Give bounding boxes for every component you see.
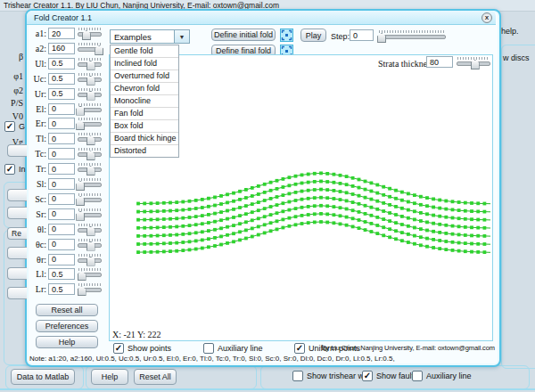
checkbox-label: Show fault — [376, 372, 414, 380]
checkbox-box[interactable]: ✓ — [294, 343, 305, 354]
play-button[interactable]: Play — [300, 29, 326, 42]
param-slider-tc[interactable] — [78, 148, 102, 159]
define-initial-fold-button[interactable]: Define initial fold — [211, 29, 276, 41]
param-input-tl[interactable]: 0 — [48, 133, 75, 144]
note-text: Note: a1:20, a2:160, Ul:0.5, Uc:0.5, Ur:… — [29, 355, 495, 363]
param-slider-theta-c[interactable] — [78, 239, 102, 249]
examples-combobox[interactable]: Examples ▼ — [110, 29, 190, 44]
dialog-titlebar[interactable]: Fold Creator 1.1 — [27, 11, 496, 25]
param-slider-sl[interactable] — [78, 178, 102, 189]
param-slider-el[interactable] — [78, 103, 102, 114]
param-input-theta-r[interactable]: 0 — [48, 254, 75, 265]
checkbox-box[interactable]: ✓ — [362, 371, 373, 381]
dialog-checkbox-show-points[interactable]: ✓Show points — [113, 343, 171, 354]
param-input-sl[interactable]: 0 — [48, 178, 75, 190]
dropdown-item-box-fold[interactable]: Box fold — [111, 120, 178, 133]
param-input-ur[interactable]: 0.5 — [48, 88, 75, 100]
step-slider[interactable] — [378, 30, 446, 41]
left-button-fragment-4[interactable] — [7, 247, 27, 259]
param-label-uc: Uc: — [29, 73, 46, 85]
param-input-tc[interactable]: 0 — [48, 148, 75, 159]
param-slider-er[interactable] — [78, 118, 102, 128]
param-label-ll: Ll: — [29, 268, 46, 280]
left-button-fragment-6[interactable] — [7, 287, 27, 299]
param-input-theta-c[interactable]: 0 — [48, 239, 75, 250]
param-input-theta-l[interactable]: 0 — [48, 224, 75, 235]
close-button[interactable]: x — [482, 12, 492, 23]
window-checkbox-auxiliary-line[interactable]: Auxiliary line — [412, 371, 472, 381]
dropdown-item-fan-fold[interactable]: Fan fold — [111, 108, 178, 120]
left-button-fragment-3[interactable]: Re — [7, 227, 27, 240]
param-input-a1[interactable]: 20 — [48, 28, 75, 39]
param-input-tr[interactable]: 0 — [48, 163, 75, 175]
left-button-fragment-5[interactable] — [7, 267, 27, 280]
step-input[interactable]: 0 — [350, 29, 374, 41]
param-slider-theta-r[interactable] — [78, 254, 102, 265]
left-button-fragment-2[interactable] — [7, 207, 27, 219]
slider-ticks — [78, 254, 101, 257]
checkbox-box[interactable] — [412, 371, 423, 381]
window-reset-all-button[interactable]: Reset All — [134, 369, 177, 385]
param-slider-ur[interactable] — [78, 88, 102, 99]
dropdown-item-gentle-fold[interactable]: Gentle fold — [111, 45, 178, 58]
param-input-sr[interactable]: 0 — [48, 208, 75, 220]
dropdown-item-overturned-fold[interactable]: Overturned fold — [111, 70, 178, 83]
param-input-lr[interactable]: 0.5 — [48, 283, 75, 295]
param-slider-a2[interactable] — [78, 43, 102, 53]
param-slider-sr[interactable] — [78, 208, 102, 219]
param-slider-ll[interactable] — [78, 268, 102, 279]
param-slider-theta-l[interactable] — [78, 224, 102, 234]
checkbox-box[interactable]: ✓ — [4, 164, 15, 175]
param-input-ll[interactable]: 0.5 — [48, 268, 75, 280]
param-slider-lr[interactable] — [78, 283, 102, 294]
param-input-sc[interactable]: 0 — [48, 193, 75, 205]
examples-combobox-value: Examples — [111, 32, 174, 42]
param-label-sl: Sl: — [29, 178, 46, 190]
param-input-ul[interactable]: 0.5 — [48, 58, 75, 69]
param-slider-sc[interactable] — [78, 193, 102, 204]
checkbox-label: Uniform points — [309, 344, 360, 353]
data-to-matlab-button[interactable]: Data to Matlab — [11, 369, 75, 385]
left-button-fragment-0[interactable] — [7, 144, 27, 157]
dropdown-item-distorted[interactable]: Distorted — [111, 145, 178, 157]
param-input-el[interactable]: 0 — [48, 103, 75, 115]
dropdown-item-monocline[interactable]: Monocline — [111, 95, 178, 108]
checkbox-box[interactable]: ✓ — [4, 121, 15, 132]
strata-thickness-slider[interactable] — [457, 57, 490, 68]
param-slider-tr[interactable] — [78, 163, 102, 174]
param-input-er[interactable]: 0 — [48, 118, 75, 129]
dropdown-item-inclined-fold[interactable]: Inclined fold — [111, 58, 178, 70]
param-slider-uc[interactable] — [78, 73, 102, 84]
param-label-ur: Ur: — [29, 88, 46, 100]
window-checkbox-show-fault[interactable]: ✓Show fault — [362, 371, 414, 381]
dialog-help-button[interactable]: Help — [36, 336, 98, 348]
phi1-label-fragment: φ1 — [2, 71, 23, 81]
left-button-fragment-1[interactable] — [7, 189, 27, 201]
chevron-down-icon[interactable]: ▼ — [174, 30, 189, 43]
param-input-uc[interactable]: 0.5 — [48, 73, 75, 85]
dropdown-item-chevron-fold[interactable]: Chevron fold — [111, 83, 178, 95]
slider-ticks — [78, 58, 101, 61]
param-slider-tl[interactable] — [78, 133, 102, 143]
dialog-checkbox-uniform-points[interactable]: ✓Uniform points — [294, 343, 360, 354]
checkbox-box[interactable]: ✓ — [113, 343, 124, 354]
slider-ticks — [78, 118, 101, 120]
param-slider-a1[interactable] — [78, 28, 102, 38]
param-input-a2[interactable]: 160 — [48, 43, 75, 54]
slider-ticks — [78, 193, 101, 196]
checkbox-g-fragment[interactable]: ✓G — [4, 121, 25, 132]
checkbox-box[interactable] — [292, 371, 303, 381]
window-help-button[interactable]: Help — [91, 369, 128, 385]
dialog-preferences-button[interactable]: Preferences — [36, 320, 98, 332]
dialog-checkbox-auxiliary-line[interactable]: Auxiliary line — [203, 343, 263, 354]
define-initial-target-icon[interactable] — [280, 29, 293, 42]
dialog-reset-all-button[interactable]: Reset all — [36, 304, 98, 316]
param-label-tr: Tr: — [29, 163, 46, 175]
checkbox-box[interactable] — [203, 343, 214, 354]
dropdown-item-board-thick-hinge[interactable]: Board thick hinge — [111, 133, 178, 145]
checkbox-in-fragment[interactable]: ✓In — [4, 164, 26, 175]
step-label: Step: — [331, 32, 350, 41]
window-checkbox-show-trishear-wall[interactable]: Show trishear wall — [292, 371, 372, 381]
param-slider-ul[interactable] — [78, 58, 102, 69]
slider-ticks — [78, 148, 101, 151]
